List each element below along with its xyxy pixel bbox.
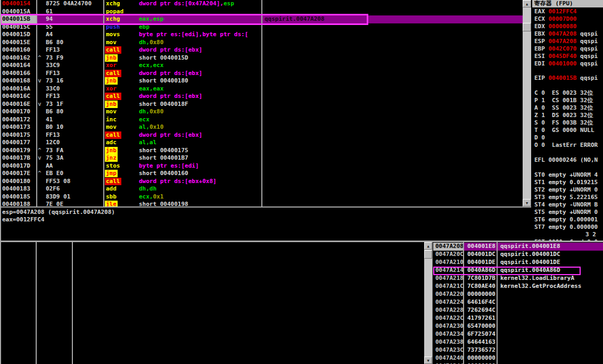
stack-row[interactable]: 0047A23864644163	[433, 338, 603, 346]
bytes-cell: 83D9 01	[46, 193, 70, 201]
disassembly-scrollbar[interactable]: ▲ ▼	[523, 0, 531, 206]
scroll-down-icon[interactable]: ▼	[523, 199, 531, 206]
column-separator[interactable]	[463, 242, 464, 364]
operand-part: short 00400180	[139, 77, 188, 84]
register-line[interactable]: ECX 00007D00	[534, 15, 576, 23]
register-line[interactable]: EIP 0040015B qqspi	[534, 75, 598, 82]
flag-line: D 0	[534, 134, 545, 141]
stack-row[interactable]: 0047A20C004001DCqqspirit.004001DC	[433, 251, 603, 259]
register-line[interactable]: ST3 empty 5.222165	[534, 194, 598, 201]
register-line[interactable]: Z 1 DS 0023 32位	[534, 112, 593, 119]
register-line[interactable]: O 0 LastErr ERROR	[534, 142, 598, 149]
scrollbar-thumb[interactable]	[523, 23, 531, 31]
address-cell: 0040016C	[2, 93, 30, 100]
stack-comment: kernel32.GetProcAddress	[500, 283, 581, 290]
register-line[interactable]: EDX 00000080	[534, 23, 576, 30]
stack-row[interactable]: 0047A22000000000	[433, 291, 603, 299]
register-line[interactable]: EAX 0012FFC4	[534, 8, 576, 15]
stack-pane[interactable]: 0047A208004001E8qqspirit.004001E80047A20…	[433, 242, 603, 364]
register-line[interactable]: EDI 00401000 qqspi	[534, 60, 598, 68]
address-cell: 00400179	[2, 147, 30, 154]
mnemonic: jnb	[105, 54, 118, 62]
register-line[interactable]: 3 2	[585, 231, 596, 238]
scrollbar-thumb[interactable]	[424, 250, 432, 259]
register-line[interactable]: EBX 0047A208 qqspi	[534, 30, 598, 38]
column-separator[interactable]	[103, 0, 104, 206]
stack-row[interactable]: 0047A208004001E8qqspirit.004001E8	[433, 243, 603, 251]
stack-row[interactable]: 0047A23065470000	[433, 322, 603, 330]
stack-row[interactable]: 0047A24000000000	[433, 354, 603, 362]
stack-row[interactable]: 0047A21C7C80AE40kernel32.GetProcAddress	[433, 283, 603, 291]
register-line[interactable]: EFL 00000246 (NO,N	[534, 156, 598, 164]
register-line[interactable]: ST0 empty +UNORM 4	[534, 171, 598, 179]
operands: short 00400160	[139, 170, 188, 177]
stack-row[interactable]: 0047A2346F725074	[433, 330, 603, 338]
operand-part: short 00400160	[139, 170, 188, 177]
register-line[interactable]: A 0 SS 0023 32位	[534, 104, 593, 112]
disassembly-pane[interactable]: 004001548725 04A24700xchgdword ptr ds:[0…	[0, 0, 523, 206]
selection-frame	[0, 14, 368, 25]
register-line[interactable]: C 0 ES 0023 32位	[534, 89, 593, 97]
register-line[interactable]: ST2 empty +UNORM 0	[534, 186, 598, 194]
column-separator[interactable]	[36, 242, 37, 364]
operand-part: ecx	[139, 116, 150, 123]
operand-part: 0x1	[153, 193, 164, 200]
register-value: 0042C070	[549, 45, 577, 52]
operands: short 00400198	[139, 201, 188, 206]
column-separator[interactable]	[261, 0, 262, 206]
register-line[interactable]: P 1 CS 001B 32位	[534, 97, 593, 104]
column-separator[interactable]	[497, 242, 498, 364]
stack-row[interactable]: 0047A210004001DEqqspirit.004001DE	[433, 259, 603, 267]
mnemonic: movs	[105, 31, 121, 38]
register-line[interactable]: ST6 empty 0.000001	[534, 216, 598, 224]
stack-address: 0047A228	[435, 307, 464, 314]
operand-part: short 00400175	[139, 147, 188, 154]
address-cell: 00400164	[2, 62, 30, 69]
register-line[interactable]: D 0	[534, 134, 545, 142]
operands: short 0040015D	[139, 54, 188, 62]
bytes-cell: B6 80	[46, 39, 63, 46]
scroll-up-icon[interactable]: ▲	[523, 0, 531, 7]
register-line[interactable]: ST7 empty 0.000000	[534, 224, 598, 231]
operands: dword ptr ds:[ebx]	[139, 46, 202, 54]
stack-address: 0047A220	[435, 291, 464, 298]
scroll-up-icon[interactable]: ▲	[424, 242, 432, 250]
stack-row[interactable]: 0047A23C73736572	[433, 346, 603, 354]
stack-row[interactable]: 0047A22C41797261	[433, 315, 603, 322]
info-pane[interactable]: esp=0047A208 (qqspirit.0047A208) eax=001…	[0, 208, 531, 241]
stack-row[interactable]: 0047A22464616F4C	[433, 299, 603, 307]
address-cell: 00400177	[2, 139, 30, 146]
register-line[interactable]: ST4 empty -UNORM B	[534, 201, 598, 209]
register-line[interactable]: ST1 empty 0.019215	[534, 179, 598, 186]
stack-value: 73736572	[467, 346, 495, 354]
stack-row[interactable]: 0047A2187C801D7Bkernel32.LoadLibraryA	[433, 275, 603, 283]
register-line[interactable]: S 0 FS 003B 32位	[534, 119, 593, 127]
scroll-down-icon[interactable]: ▼	[424, 357, 432, 364]
operands: ecx	[139, 116, 150, 123]
registers-pane[interactable]: 寄存器 (FPU) EAX 0012FFC4ECX 00007D00EDX 00…	[532, 0, 603, 241]
column-separator[interactable]	[36, 0, 37, 206]
dump-scrollbar[interactable]: ▲ ▼	[424, 242, 432, 364]
operand-part: ecx,ecx	[139, 62, 163, 69]
register-extra: qqspi	[576, 75, 598, 81]
bytes-cell: FF13	[46, 46, 60, 54]
register-line[interactable]: EBP 0042C070 qqspi	[534, 45, 598, 53]
operands: byte ptr es:[edi],byte ptr ds:[	[139, 31, 248, 38]
register-extra: qqspi	[576, 53, 598, 60]
register-line[interactable]: ESP 0047A208 qqspi	[534, 38, 598, 45]
stack-address: 0047A218	[435, 275, 464, 282]
bytes-cell: FF13	[46, 93, 60, 100]
operand-part: byte ptr es:[edi]	[139, 162, 199, 169]
operand-part: 0x80	[150, 108, 164, 115]
column-separator[interactable]	[72, 242, 73, 364]
stack-value: 7262694C	[467, 307, 495, 314]
register-name: EAX	[534, 8, 549, 15]
operand-part: al,al	[139, 139, 156, 146]
register-line[interactable]: ESI 0045DF40 qqspi	[534, 53, 598, 60]
address-cell: 0040017B	[2, 154, 30, 162]
pane-divider	[432, 242, 433, 364]
register-line[interactable]: T 0 GS 0000 NULL	[534, 127, 594, 134]
dump-pane[interactable]	[0, 242, 424, 364]
stack-row[interactable]: 0047A2287262694C	[433, 307, 603, 315]
register-line[interactable]: ST5 empty +UNORM 0	[534, 209, 598, 216]
